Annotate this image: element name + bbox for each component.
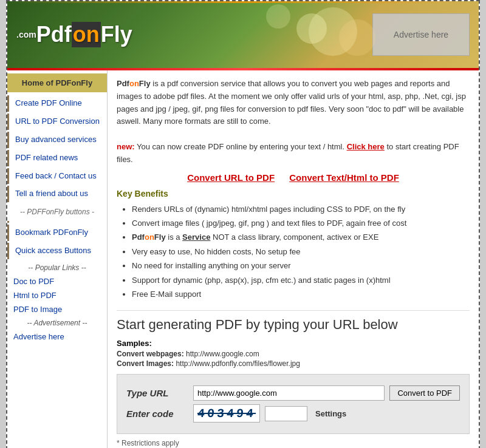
advertisement-label: -- Advertisement -- [7, 316, 107, 330]
captcha-input[interactable] [265, 406, 307, 421]
sidebar-item-url-to-pdf[interactable]: URL to PDF Conversion [7, 114, 107, 130]
benefit-item: Support for dynamic (php, asp(x), jsp, c… [132, 273, 470, 287]
sidebar-item-bookmark[interactable]: Bookmark PDFonFly [7, 225, 107, 241]
logo-on: on [72, 22, 101, 47]
convert-url-link[interactable]: Convert URL to PDF [187, 172, 275, 183]
content-area: PdfonFly is a pdf conversion service tha… [108, 70, 479, 448]
url-label: Type URL [126, 388, 193, 398]
sidebar-item-buy-advanced[interactable]: Buy advanced services [7, 132, 107, 148]
sidebar-item-tell-friend[interactable]: Tell a friend about us [7, 186, 107, 202]
convert-text-link[interactable]: Convert Text/Html to PDF [289, 172, 399, 183]
samples-label: Samples: [117, 339, 470, 348]
url-form-row: Type URL Convert to PDF [126, 385, 460, 401]
benefit-item: Very easy to use, No hidden costs, No se… [132, 245, 470, 259]
code-label: Enter code [126, 409, 193, 419]
sidebar-item-quick-access[interactable]: Quick access Buttons [7, 243, 107, 259]
sidebar-item-pdf-news[interactable]: PDF related news [7, 150, 107, 166]
brand-name-inline: PdfonFly [117, 79, 151, 88]
benefit-item: PdfonFly is a Service NOT a class librar… [132, 230, 470, 244]
benefit-item: Convert image files ( jpg/jpeg, gif, png… [132, 216, 470, 230]
sample-webpages-url: http://www.google.com [186, 350, 259, 358]
code-form-row: Enter code 403494 Settings [126, 404, 460, 423]
sidebar-item-feedback[interactable]: Feed back / Contact us [7, 168, 107, 185]
captcha-image: 403494 [193, 404, 260, 423]
sidebar-advertise[interactable]: Advertise here [7, 330, 107, 344]
main-area: Home of PDFonFly Create PDF Online URL t… [7, 70, 479, 448]
logo-pdf: Pdf [36, 22, 72, 47]
new-label: new: [117, 142, 135, 151]
key-benefits-title: Key Benefits [117, 189, 470, 199]
logo-com: .com [16, 30, 36, 39]
sample-images-url: http://www.pdfonfly.com/files/flower.jpg [176, 359, 300, 368]
sample-images-label: Convert Images: [117, 359, 174, 368]
benefit-item: Renders URLs of (dynamic) html/xhtml pag… [132, 202, 470, 216]
conversion-form: Type URL Convert to PDF Enter code 40349… [117, 374, 470, 434]
new-text: You can now create PDF online by enterin… [137, 142, 344, 151]
sidebar-link-doc-to-pdf[interactable]: Doc to PDF [7, 274, 107, 288]
intro-paragraph: PdfonFly is a pdf conversion service tha… [117, 78, 470, 166]
convert-links-row: Convert URL to PDF Convert Text/Html to … [117, 172, 470, 183]
sidebar-buttons-separator: -- PDFFonFly buttons - [7, 204, 107, 220]
click-here-link[interactable]: Click here [347, 142, 385, 151]
ad-banner[interactable]: Advertise here [372, 13, 470, 56]
sidebar-home[interactable]: Home of PDFonFly [7, 73, 107, 92]
sample-webpages-line: Convert webpages: http://www.google.com [117, 350, 470, 358]
sidebar-link-html-to-pdf[interactable]: Html to PDF [7, 288, 107, 302]
sample-images-line: Convert Images: http://www.pdfonfly.com/… [117, 359, 470, 368]
url-section-title: Start generating PDF by typing your URL … [117, 317, 470, 333]
url-input[interactable] [193, 385, 385, 401]
convert-to-pdf-button[interactable]: Convert to PDF [389, 385, 460, 401]
benefit-item: No need for installing anything on your … [132, 259, 470, 273]
sidebar: Home of PDFonFly Create PDF Online URL t… [7, 70, 108, 448]
header: .com Pdf on Fly Advertise here [7, 1, 479, 68]
ad-text: Advertise here [394, 30, 448, 39]
benefits-list: Renders URLs of (dynamic) html/xhtml pag… [117, 202, 470, 302]
captcha-value: 403494 [197, 407, 256, 421]
sidebar-item-create-pdf[interactable]: Create PDF Online [7, 95, 107, 112]
sample-webpages-label: Convert webpages: [117, 350, 184, 358]
intro-text-body: is a pdf conversion service that allows … [117, 79, 466, 126]
settings-link[interactable]: Settings [315, 409, 346, 418]
site-logo: .com Pdf on Fly [16, 22, 132, 47]
benefit-item: Free E-Mail support [132, 287, 470, 301]
sidebar-link-pdf-to-image[interactable]: PDF to Image [7, 302, 107, 316]
url-generator-section: Start generating PDF by typing your URL … [117, 310, 470, 447]
logo-fly: Fly [101, 22, 132, 47]
captcha-area: 403494 Settings [193, 404, 346, 423]
restrictions-text: * Restrictions apply [117, 439, 470, 447]
popular-links-label: -- Popular Links -- [7, 261, 107, 274]
